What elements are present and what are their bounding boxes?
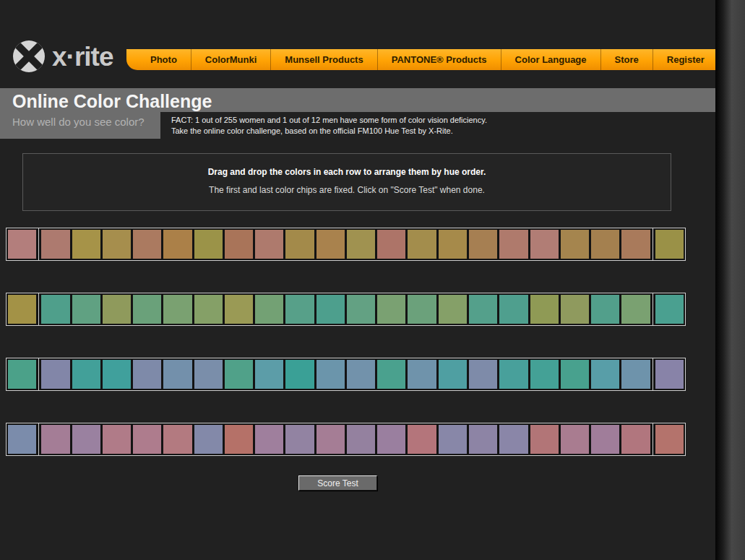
- color-chip[interactable]: [561, 360, 589, 389]
- color-chip[interactable]: [530, 360, 559, 389]
- color-chip[interactable]: [255, 230, 283, 259]
- color-chip[interactable]: [41, 295, 69, 324]
- color-chip[interactable]: [255, 425, 283, 454]
- color-chip[interactable]: [285, 360, 314, 389]
- color-chip[interactable]: [133, 295, 161, 324]
- color-chip[interactable]: [408, 425, 436, 454]
- fact-text: FACT: 1 out of 255 women and 1 out of 12…: [171, 115, 487, 137]
- color-chip[interactable]: [285, 425, 314, 454]
- color-chip[interactable]: [163, 425, 191, 454]
- color-chip[interactable]: [561, 295, 589, 324]
- color-chip[interactable]: [72, 295, 100, 324]
- color-chip[interactable]: [591, 295, 619, 324]
- color-chip[interactable]: [316, 230, 345, 259]
- nav-item-photo[interactable]: Photo: [137, 49, 191, 70]
- color-chip[interactable]: [41, 230, 69, 259]
- chip-row-1: [6, 228, 686, 261]
- color-chip[interactable]: [530, 295, 559, 324]
- color-chip[interactable]: [591, 230, 619, 259]
- color-chip[interactable]: [133, 360, 161, 389]
- color-chip[interactable]: [225, 360, 253, 389]
- color-chip-fixed: [655, 425, 684, 454]
- color-chip[interactable]: [316, 360, 345, 389]
- color-chip[interactable]: [225, 295, 253, 324]
- color-chip[interactable]: [194, 230, 223, 259]
- color-chip[interactable]: [377, 360, 405, 389]
- color-chip[interactable]: [469, 295, 497, 324]
- color-chip[interactable]: [316, 295, 345, 324]
- fixed-chip-divider: [38, 423, 39, 455]
- color-chip[interactable]: [41, 360, 69, 389]
- color-chip[interactable]: [561, 230, 589, 259]
- color-chip[interactable]: [408, 295, 436, 324]
- color-chip[interactable]: [163, 360, 191, 389]
- fixed-chip-divider: [653, 293, 653, 325]
- color-chip[interactable]: [347, 360, 375, 389]
- color-chip[interactable]: [194, 360, 223, 389]
- color-chip[interactable]: [255, 360, 283, 389]
- color-chip[interactable]: [194, 295, 223, 324]
- color-chip[interactable]: [285, 230, 314, 259]
- color-chip[interactable]: [41, 425, 69, 454]
- nav-item-pantone-products[interactable]: PANTONE® Products: [378, 49, 501, 70]
- fixed-chip-divider: [653, 228, 653, 260]
- color-chip[interactable]: [591, 425, 619, 454]
- color-chip[interactable]: [530, 425, 559, 454]
- color-chip-fixed: [8, 230, 36, 259]
- color-chip[interactable]: [439, 230, 467, 259]
- color-chip[interactable]: [621, 230, 650, 259]
- color-chip[interactable]: [469, 425, 497, 454]
- color-chip[interactable]: [469, 230, 497, 259]
- color-chip[interactable]: [377, 295, 405, 324]
- xrite-logo[interactable]: x·rite: [13, 40, 113, 72]
- color-chip[interactable]: [347, 425, 375, 454]
- color-chip[interactable]: [103, 425, 131, 454]
- color-chip[interactable]: [439, 295, 467, 324]
- color-chip[interactable]: [499, 295, 527, 324]
- color-chip[interactable]: [133, 425, 161, 454]
- nav-item-color-language[interactable]: Color Language: [501, 49, 601, 70]
- color-chip[interactable]: [103, 230, 131, 259]
- color-chip[interactable]: [255, 295, 283, 324]
- fixed-chip-divider: [653, 358, 653, 390]
- nav-item-register[interactable]: Register: [653, 49, 719, 70]
- color-chip[interactable]: [377, 425, 405, 454]
- color-chip[interactable]: [133, 230, 161, 259]
- color-chip[interactable]: [72, 425, 100, 454]
- color-chip[interactable]: [621, 425, 650, 454]
- color-chip[interactable]: [499, 360, 527, 389]
- main-nav: PhotoColorMunkiMunsell ProductsPANTONE® …: [126, 49, 715, 70]
- color-chip[interactable]: [621, 360, 650, 389]
- chip-row-2: [6, 293, 686, 326]
- color-chip[interactable]: [163, 295, 191, 324]
- color-chip[interactable]: [103, 295, 131, 324]
- color-chip[interactable]: [72, 360, 100, 389]
- nav-item-store[interactable]: Store: [601, 49, 653, 70]
- page-edge-shadow: [715, 0, 745, 560]
- color-chip[interactable]: [347, 230, 375, 259]
- color-chip[interactable]: [439, 360, 467, 389]
- color-chip[interactable]: [621, 295, 650, 324]
- nav-item-munsell-products[interactable]: Munsell Products: [271, 49, 377, 70]
- color-chip[interactable]: [225, 230, 253, 259]
- score-test-button[interactable]: Score Test: [298, 475, 377, 491]
- color-chip[interactable]: [163, 230, 191, 259]
- color-chip[interactable]: [194, 425, 223, 454]
- color-chip[interactable]: [225, 425, 253, 454]
- color-chip[interactable]: [285, 295, 314, 324]
- color-chip[interactable]: [561, 425, 589, 454]
- color-chip[interactable]: [591, 360, 619, 389]
- color-chip[interactable]: [439, 425, 467, 454]
- color-chip[interactable]: [530, 230, 559, 259]
- color-chip[interactable]: [408, 360, 436, 389]
- color-chip[interactable]: [103, 360, 131, 389]
- color-chip[interactable]: [499, 230, 527, 259]
- color-chip[interactable]: [316, 425, 345, 454]
- color-chip[interactable]: [377, 230, 405, 259]
- color-chip[interactable]: [408, 230, 436, 259]
- color-chip[interactable]: [347, 295, 375, 324]
- color-chip[interactable]: [72, 230, 100, 259]
- nav-item-colormunki[interactable]: ColorMunki: [191, 49, 272, 70]
- color-chip[interactable]: [499, 425, 527, 454]
- color-chip[interactable]: [469, 360, 497, 389]
